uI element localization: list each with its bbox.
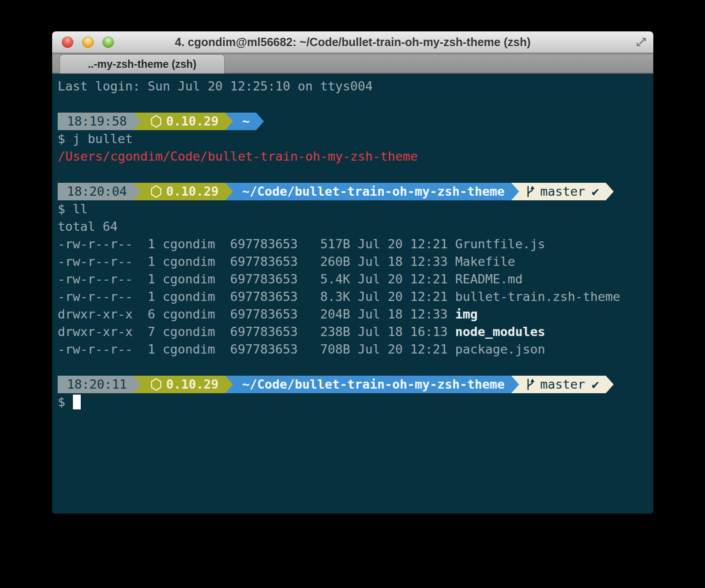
terminal-window: 4. cgondim@ml56682: ~/Code/bullet-train-… <box>52 31 653 514</box>
file-meta: drwxr-xr-x 7 cgondim 697783653 238B Jul … <box>58 324 455 339</box>
terminal-text-line: /Users/cgondim/Code/bullet-train-oh-my-z… <box>58 148 648 165</box>
file-name: README.md <box>455 272 523 286</box>
check-icon: ✔ <box>591 183 599 200</box>
prompt-line: 18:20:110.10.29~/Code/bullet-train-oh-my… <box>58 376 648 393</box>
prompt-git-segment: master✔ <box>519 183 606 200</box>
blank-line <box>58 358 648 376</box>
file-name: node_modules <box>455 324 545 339</box>
prompt-symbol: $ <box>58 395 73 409</box>
hexagon-icon <box>150 115 162 128</box>
prompt-version-segment: 0.10.29 <box>141 113 225 130</box>
cursor-block <box>73 395 81 409</box>
powerline-separator-icon <box>133 113 141 130</box>
node-version-label: 0.10.29 <box>166 183 219 200</box>
file-meta: -rw-r--r-- 1 cgondim 697783653 5.4K Jul … <box>58 272 455 286</box>
node-version-label: 0.10.29 <box>166 113 219 130</box>
node-version-label: 0.10.29 <box>166 376 219 393</box>
git-branch-label: master <box>540 183 586 200</box>
fullscreen-icon[interactable] <box>635 36 647 48</box>
prompt-dir-segment: ~/Code/bullet-train-oh-my-zsh-theme <box>233 183 511 200</box>
terminal-text-line: $ j bullet <box>58 130 648 148</box>
powerline-separator-icon <box>133 183 141 200</box>
prompt-time-segment: 18:20:04 <box>58 183 133 200</box>
git-branch-icon <box>526 185 536 198</box>
file-meta: drwxr-xr-x 6 cgondim 697783653 204B Jul … <box>58 307 455 321</box>
powerline-separator-icon <box>133 376 141 393</box>
blank-line <box>58 165 648 183</box>
file-meta: -rw-r--r-- 1 cgondim 697783653 708B Jul … <box>58 342 455 356</box>
check-icon: ✔ <box>591 376 599 393</box>
powerline-separator-icon <box>256 113 264 130</box>
file-row: -rw-r--r-- 1 cgondim 697783653 708B Jul … <box>58 341 648 358</box>
file-name: Makefile <box>455 254 515 269</box>
terminal-text-line: Last login: Sun Jul 20 12:25:10 on ttys0… <box>58 78 648 95</box>
file-name: package.json <box>455 342 545 356</box>
tab-bar: ..-my-zsh-theme (zsh) <box>52 53 653 74</box>
file-row: -rw-r--r-- 1 cgondim 697783653 260B Jul … <box>58 253 648 270</box>
powerline-separator-icon <box>225 183 233 200</box>
terminal-text-line: total 64 <box>58 218 648 235</box>
file-name: bullet-train.zsh-theme <box>455 289 621 304</box>
file-row: drwxr-xr-x 6 cgondim 697783653 204B Jul … <box>58 306 648 323</box>
window-titlebar[interactable]: 4. cgondim@ml56682: ~/Code/bullet-train-… <box>52 31 653 53</box>
prompt-line: 18:20:040.10.29~/Code/bullet-train-oh-my… <box>58 183 648 200</box>
prompt-git-segment: master✔ <box>519 376 606 393</box>
git-branch-icon <box>526 378 536 391</box>
file-row: -rw-r--r-- 1 cgondim 697783653 5.4K Jul … <box>58 270 648 288</box>
window-title: 4. cgondim@ml56682: ~/Code/bullet-train-… <box>52 31 653 53</box>
file-meta: -rw-r--r-- 1 cgondim 697783653 260B Jul … <box>58 254 455 269</box>
prompt-version-segment: 0.10.29 <box>141 376 225 393</box>
terminal-content[interactable]: Last login: Sun Jul 20 12:25:10 on ttys0… <box>52 74 653 514</box>
file-name: img <box>455 307 478 321</box>
file-row: -rw-r--r-- 1 cgondim 697783653 517B Jul … <box>58 235 648 253</box>
powerline-separator-icon <box>606 183 614 200</box>
prompt-time-segment: 18:19:58 <box>58 113 133 130</box>
prompt-line: 18:19:580.10.29~ <box>58 113 648 130</box>
prompt-dir-segment: ~ <box>233 113 256 130</box>
git-branch-label: master <box>540 376 586 393</box>
tab-label: ..-my-zsh-theme (zsh) <box>88 58 196 71</box>
prompt-time-segment: 18:20:11 <box>58 376 133 393</box>
powerline-separator-icon <box>225 376 233 393</box>
hexagon-icon <box>150 185 162 198</box>
blank-line <box>58 95 648 113</box>
powerline-separator-icon <box>606 376 614 393</box>
file-row: -rw-r--r-- 1 cgondim 697783653 8.3K Jul … <box>58 288 648 306</box>
hexagon-icon <box>150 378 162 391</box>
file-meta: -rw-r--r-- 1 cgondim 697783653 8.3K Jul … <box>58 289 455 304</box>
tab-zsh[interactable]: ..-my-zsh-theme (zsh) <box>60 54 225 73</box>
terminal-text-line: $ ll <box>58 200 648 218</box>
powerline-separator-icon <box>511 183 519 200</box>
file-name: Gruntfile.js <box>455 237 545 251</box>
prompt-version-segment: 0.10.29 <box>141 183 225 200</box>
file-meta: -rw-r--r-- 1 cgondim 697783653 517B Jul … <box>58 237 455 251</box>
command-input-line[interactable]: $ <box>58 393 648 411</box>
file-row: drwxr-xr-x 7 cgondim 697783653 238B Jul … <box>58 323 648 341</box>
powerline-separator-icon <box>511 376 519 393</box>
prompt-dir-segment: ~/Code/bullet-train-oh-my-zsh-theme <box>233 376 511 393</box>
powerline-separator-icon <box>225 113 233 130</box>
